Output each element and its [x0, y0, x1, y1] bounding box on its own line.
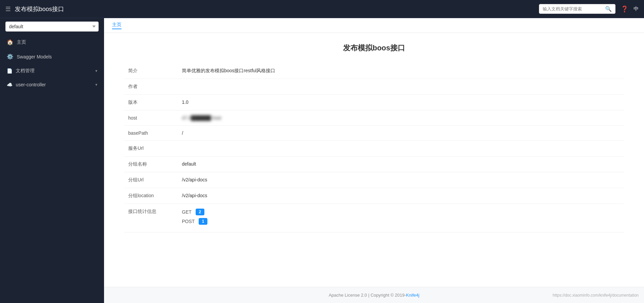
stat-get-label: GET — [182, 209, 192, 215]
sidebar-item-doc-manage[interactable]: 📄 文档管理 ▾ — [0, 64, 104, 78]
stat-get-badge: 2 — [196, 209, 204, 215]
field-value-version: 1.0 — [178, 95, 624, 111]
help-icon[interactable]: ❓ — [621, 5, 628, 13]
sidebar-dropdown-wrapper: default — [0, 18, 104, 35]
footer-url-hint: https://doc.xiaominfo.com/knife4j/docume… — [553, 293, 639, 298]
lang-button[interactable]: 中 — [634, 6, 639, 12]
field-value-api-stats: GET 2 POST 1 — [178, 204, 624, 232]
field-value-group-location: /v2/api-docs — [178, 188, 624, 204]
field-label-api-stats: 接口统计信息 — [124, 204, 178, 232]
group-select[interactable]: default — [5, 21, 99, 32]
field-label-group-name: 分组名称 — [124, 157, 178, 172]
table-row-author: 作者 — [124, 79, 624, 95]
doc-icon: 📄 — [7, 68, 12, 74]
field-value-basepath: / — [178, 126, 624, 141]
host-value: 47.0██████.host — [182, 115, 221, 121]
page-title: 发布模拟boos接口 — [124, 43, 624, 53]
home-icon: 🏠 — [7, 39, 13, 45]
stat-row-post: POST 1 — [182, 218, 620, 225]
table-row-api-stats: 接口统计信息 GET 2 POST 1 — [124, 204, 624, 232]
table-row-version: 版本 1.0 — [124, 95, 624, 111]
breadcrumb-home-tab[interactable]: 主页 — [112, 22, 121, 29]
footer-brand-link[interactable]: Knife4j — [406, 293, 419, 298]
top-nav: 主页 — [104, 18, 644, 33]
sidebar: default 🏠 主页 ⚙️ Swagger Models 📄 文档管理 ▾ … — [0, 18, 104, 303]
sidebar-label-swagger: Swagger Models — [17, 54, 52, 59]
field-label-group-location: 分组location — [124, 188, 178, 204]
user-controller-left: ☁️ user-controller — [7, 82, 46, 87]
table-row-service-url: 服务Url — [124, 141, 624, 157]
footer-text: Apache License 2.0 | Copyright © 2019-Kn… — [329, 293, 419, 298]
field-value-host: 47.0██████.host — [178, 111, 624, 126]
table-row-basepath: basePath / — [124, 126, 624, 141]
chevron-down-icon: ▾ — [95, 69, 97, 73]
footer: Apache License 2.0 | Copyright © 2019-Kn… — [104, 287, 644, 303]
sidebar-label-user-controller: user-controller — [16, 82, 46, 87]
sidebar-item-swagger-models[interactable]: ⚙️ Swagger Models — [0, 49, 104, 64]
table-row-group-url: 分组Url /v2/api-docs — [124, 172, 624, 188]
info-table: 简介 简单优雅的发布模拟boos接口restful风格接口 作者 版本 1.0 … — [124, 63, 624, 232]
table-row-host: host 47.0██████.host — [124, 111, 624, 126]
table-row-group-name: 分组名称 default — [124, 157, 624, 172]
field-value-group-url: /v2/api-docs — [178, 172, 624, 188]
stat-post-badge: 1 — [199, 218, 207, 225]
field-value-service-url — [178, 141, 624, 157]
stat-post-label: POST — [182, 219, 195, 224]
swagger-icon: ⚙️ — [7, 53, 13, 60]
cloud-icon: ☁️ — [7, 82, 12, 87]
sidebar-item-home[interactable]: 🏠 主页 — [0, 35, 104, 49]
search-icon[interactable]: 🔍 — [605, 6, 612, 12]
app-layout: default 🏠 主页 ⚙️ Swagger Models 📄 文档管理 ▾ … — [0, 18, 644, 303]
field-label-service-url: 服务Url — [124, 141, 178, 157]
menu-icon[interactable]: ☰ — [5, 5, 11, 13]
header-right: 🔍 ❓ 中 — [539, 4, 639, 14]
app-header: ☰ 发布模拟boos接口 🔍 ❓ 中 — [0, 0, 644, 18]
stat-row-get: GET 2 — [182, 209, 620, 215]
chevron-down-icon-2: ▾ — [95, 82, 97, 87]
field-value-group-name: default — [178, 157, 624, 172]
field-label-host: host — [124, 111, 178, 126]
sidebar-item-user-controller[interactable]: ☁️ user-controller ▾ — [0, 78, 104, 91]
field-label-basepath: basePath — [124, 126, 178, 141]
doc-manage-left: 📄 文档管理 — [7, 68, 35, 74]
content-area: 发布模拟boos接口 简介 简单优雅的发布模拟boos接口restful风格接口… — [104, 33, 644, 287]
table-row-intro: 简介 简单优雅的发布模拟boos接口restful风格接口 — [124, 63, 624, 79]
field-label-group-url: 分组Url — [124, 172, 178, 188]
header-title: 发布模拟boos接口 — [15, 5, 535, 13]
main-area: 主页 发布模拟boos接口 简介 简单优雅的发布模拟boos接口restful风… — [104, 18, 644, 303]
table-row-group-location: 分组location /v2/api-docs — [124, 188, 624, 204]
field-value-author — [178, 79, 624, 95]
search-input[interactable] — [543, 6, 603, 11]
sidebar-label-home: 主页 — [17, 39, 26, 45]
field-value-intro: 简单优雅的发布模拟boos接口restful风格接口 — [178, 63, 624, 79]
field-label-version: 版本 — [124, 95, 178, 111]
field-label-intro: 简介 — [124, 63, 178, 79]
sidebar-label-doc: 文档管理 — [16, 68, 35, 74]
field-label-author: 作者 — [124, 79, 178, 95]
search-box: 🔍 — [539, 4, 615, 14]
